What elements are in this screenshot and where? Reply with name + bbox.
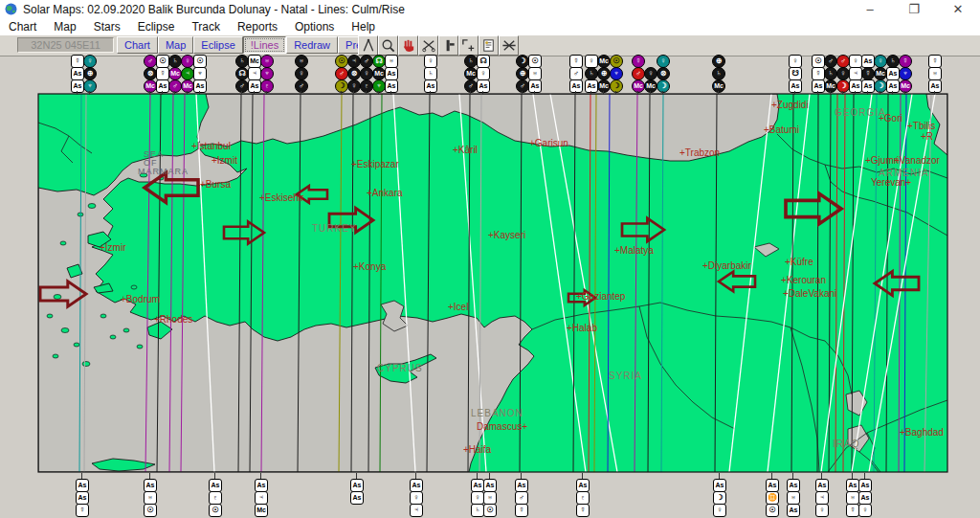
top-line-marker: ♀ [849, 55, 862, 68]
marker-stem [880, 91, 880, 95]
top-line-marker: ♄ [585, 67, 598, 80]
top-line-marker: ♄ [824, 67, 837, 80]
bottom-line-marker: As [858, 491, 872, 505]
top-line-marker: ♂ [360, 55, 373, 68]
top-line-marker: ☉ [193, 55, 207, 68]
marker-stem [199, 91, 200, 95]
marker-stem [637, 91, 638, 95]
solar-maps-window: Solar Maps: 02.09.2020 Balik Burcunda Do… [0, 0, 980, 518]
top-line-marker: ♀ [477, 67, 490, 80]
top-line-marker: ⊕ [712, 55, 725, 68]
top-line-marker: ☿ [569, 55, 583, 68]
top-line-marker: ♆ [193, 67, 207, 80]
bottom-line-marker: ♄ [471, 504, 484, 517]
bottom-line-marker: ♅ [144, 491, 157, 505]
marker-stem [590, 91, 591, 95]
top-line-marker: ☉ [528, 55, 542, 68]
top-line-marker: As [156, 79, 169, 93]
bottom-line-marker: Mc [255, 504, 268, 517]
marker-stem [482, 91, 483, 95]
top-line-marker: ♆ [372, 79, 386, 93]
top-line-marker: ☊ [477, 55, 490, 68]
bottom-line-marker: ♅ [483, 491, 497, 505]
top-line-marker: ♂ [295, 79, 308, 93]
top-line-marker: ⊕ [516, 67, 529, 80]
top-line-marker: Mc [899, 79, 912, 93]
top-line-marker: ♄ [886, 55, 900, 68]
marker-stem [241, 91, 242, 95]
bottom-line-marker: ♊ [766, 491, 779, 505]
marker-stem [522, 91, 523, 95]
bottom-line-marker: As [515, 479, 528, 492]
bottom-line-marker: As [471, 479, 484, 492]
bottom-line-marker: As [76, 479, 89, 492]
bottom-line-marker: ♃ [410, 504, 423, 517]
top-line-marker: As [789, 79, 802, 93]
marker-stem [149, 91, 150, 95]
top-line-marker: ♀ [83, 55, 97, 68]
top-line-marker: ⊕ [597, 67, 611, 80]
top-line-marker: ⊗ [347, 67, 361, 80]
marker-stem [534, 91, 535, 95]
top-line-marker: ☿ [928, 55, 942, 68]
top-line-marker: Mc [181, 79, 194, 93]
top-line-marker: As [585, 79, 598, 93]
bottom-line-marker: As [576, 479, 590, 492]
top-line-marker: ♃ [347, 55, 361, 68]
bottom-line-marker: As [815, 479, 829, 492]
top-line-marker: ☉ [156, 55, 169, 68]
top-line-marker: ♆ [899, 67, 912, 80]
top-line-marker: ☽ [874, 79, 887, 93]
top-line-marker: ☽ [610, 79, 623, 93]
top-line-marker: ♆ [610, 67, 623, 80]
top-line-marker: ⊗ [657, 67, 670, 80]
marker-stem [430, 91, 431, 95]
bottom-line-marker: As [787, 504, 800, 517]
top-line-marker: As [248, 79, 261, 93]
bottom-line-marker: ☿ [846, 504, 859, 517]
marker-stem [718, 91, 719, 95]
top-line-marker: Mc [168, 67, 182, 80]
top-line-marker: As [528, 79, 542, 93]
top-line-marker: ♂ [569, 67, 583, 80]
top-line-marker: As [385, 79, 398, 93]
top-line-marker: ☿ [156, 67, 169, 80]
top-line-marker: As [477, 79, 490, 93]
top-line-marker: ☉ [335, 55, 348, 68]
bottom-line-marker: ♀ [815, 504, 829, 517]
top-line-marker: ♂ [335, 67, 348, 80]
marker-stem [366, 91, 367, 95]
top-line-marker: ♅ [928, 67, 942, 80]
marker-stem [353, 91, 354, 95]
top-line-marker: Mc [464, 67, 478, 80]
bottom-line-marker: ☉ [766, 504, 779, 517]
top-line-marker: As [71, 67, 84, 80]
top-line-marker: ☿ [632, 55, 645, 68]
top-line-marker: ♀ [181, 55, 194, 68]
bottom-line-marker: ♀ [471, 491, 484, 505]
marker-stem [650, 91, 651, 95]
bottom-line-marker: ☿ [576, 504, 590, 517]
top-line-marker: ♂ [144, 55, 157, 68]
bottom-line-marker: As [76, 491, 89, 505]
top-line-marker: ♂ [235, 79, 249, 93]
bottom-line-marker: As [846, 479, 859, 492]
bottom-line-marker: ♀ [410, 491, 423, 505]
top-line-marker: Mc [712, 79, 725, 93]
top-line-marker: Mc [144, 79, 157, 93]
marker-stem [842, 91, 843, 95]
bottom-line-marker: ♇ [576, 491, 590, 505]
bottom-line-marker: As [209, 479, 222, 492]
top-line-marker: ☿ [71, 55, 84, 68]
marker-stem [341, 91, 342, 95]
top-line-marker: ♀ [644, 67, 657, 80]
bottom-line-marker: ☿ [76, 504, 89, 517]
top-line-marker: As [928, 79, 942, 93]
top-line-marker: ♀ [360, 67, 373, 80]
bottom-line-marker: ♂ [515, 491, 528, 505]
top-line-marker: As [569, 79, 583, 93]
marker-stem [904, 91, 905, 95]
marker-stem [662, 91, 663, 95]
top-line-marker: ♂ [464, 79, 478, 93]
bottom-line-marker: ♅ [846, 491, 859, 505]
